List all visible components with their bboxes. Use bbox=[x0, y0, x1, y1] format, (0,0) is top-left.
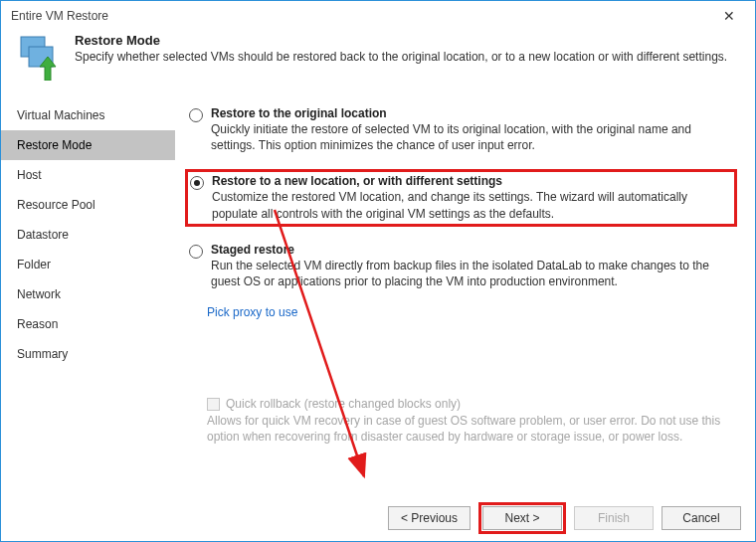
finish-button: Finish bbox=[574, 506, 654, 530]
option-new-location-desc: Customize the restored VM location, and … bbox=[212, 189, 732, 221]
sidebar: Virtual Machines Restore Mode Host Resou… bbox=[1, 90, 175, 495]
option-staged[interactable]: Staged restore Run the selected VM direc… bbox=[185, 239, 737, 293]
sidebar-item-summary[interactable]: Summary bbox=[1, 339, 175, 369]
close-icon[interactable]: ✕ bbox=[711, 2, 747, 30]
sidebar-item-datastore[interactable]: Datastore bbox=[1, 220, 175, 250]
page-subtitle: Specify whether selected VMs should be r… bbox=[75, 50, 727, 64]
quick-rollback-label: Quick rollback (restore changed blocks o… bbox=[226, 397, 461, 411]
option-new-location-title: Restore to a new location, or with diffe… bbox=[212, 174, 732, 188]
wizard-body: Virtual Machines Restore Mode Host Resou… bbox=[1, 90, 755, 495]
next-button[interactable]: Next > bbox=[482, 506, 562, 530]
quick-rollback-checkbox bbox=[207, 398, 220, 411]
wizard-header-text: Restore Mode Specify whether selected VM… bbox=[75, 33, 727, 64]
sidebar-item-virtual-machines[interactable]: Virtual Machines bbox=[1, 100, 175, 130]
radio-original[interactable] bbox=[189, 108, 203, 122]
wizard-footer: < Previous Next > Finish Cancel bbox=[1, 495, 755, 541]
titlebar: Entire VM Restore ✕ bbox=[1, 1, 755, 31]
wizard-window: Entire VM Restore ✕ Restore Mode Specify… bbox=[0, 0, 756, 542]
restore-vm-icon bbox=[15, 33, 63, 81]
sidebar-item-host[interactable]: Host bbox=[1, 160, 175, 190]
sidebar-item-resource-pool[interactable]: Resource Pool bbox=[1, 190, 175, 220]
quick-rollback-desc: Allows for quick VM recovery in case of … bbox=[207, 413, 737, 445]
quick-rollback-section: Quick rollback (restore changed blocks o… bbox=[185, 397, 737, 445]
option-original-desc: Quickly initiate the restore of selected… bbox=[211, 121, 733, 153]
pick-proxy-link[interactable]: Pick proxy to use bbox=[207, 305, 737, 319]
radio-staged[interactable] bbox=[189, 245, 203, 259]
option-original[interactable]: Restore to the original location Quickly… bbox=[185, 102, 737, 157]
option-new-location[interactable]: Restore to a new location, or with diffe… bbox=[185, 169, 737, 226]
option-staged-title: Staged restore bbox=[211, 243, 733, 257]
content-panel: Restore to the original location Quickly… bbox=[175, 90, 755, 495]
sidebar-item-restore-mode[interactable]: Restore Mode bbox=[1, 130, 175, 160]
page-title: Restore Mode bbox=[75, 33, 727, 48]
sidebar-item-network[interactable]: Network bbox=[1, 279, 175, 309]
option-original-title: Restore to the original location bbox=[211, 106, 733, 120]
cancel-button[interactable]: Cancel bbox=[662, 506, 741, 530]
previous-button[interactable]: < Previous bbox=[388, 506, 471, 530]
radio-new-location[interactable] bbox=[190, 176, 204, 190]
sidebar-item-folder[interactable]: Folder bbox=[1, 250, 175, 279]
window-title: Entire VM Restore bbox=[11, 9, 711, 23]
option-staged-desc: Run the selected VM directly from backup… bbox=[211, 258, 733, 289]
sidebar-item-reason[interactable]: Reason bbox=[1, 309, 175, 339]
wizard-header: Restore Mode Specify whether selected VM… bbox=[1, 31, 755, 90]
